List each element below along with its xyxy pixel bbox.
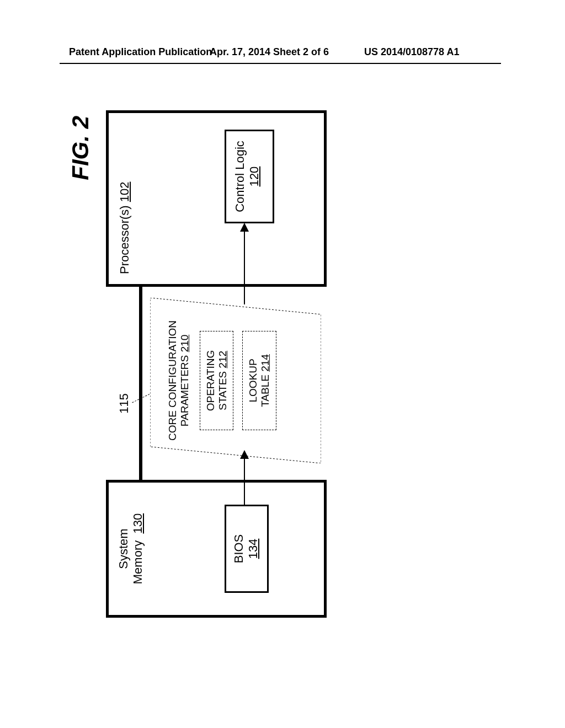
figure-area: FIG. 2 SystemMemory 130 BIOS 134 115 COR…	[84, 110, 481, 618]
arrow-bios-to-params	[244, 458, 245, 505]
ref-115-label: 115	[117, 393, 131, 414]
core-config-title: CORE CONFIGURATIONPARAMETERS 210	[167, 309, 191, 452]
control-logic-num: 120	[247, 167, 261, 187]
bios-label: BIOS	[232, 534, 246, 564]
arrow-params-to-control	[244, 230, 245, 304]
parallelogram-content: CORE CONFIGURATIONPARAMETERS 210 OPERATI…	[167, 309, 276, 452]
header-center: Apr. 17, 2014 Sheet 2 of 6	[210, 46, 329, 58]
operating-states-num: 212	[217, 351, 228, 368]
processor-num: 102	[118, 181, 131, 202]
core-config-parallelogram: CORE CONFIGURATIONPARAMETERS 210 OPERATI…	[150, 298, 321, 463]
system-memory-title: SystemMemory 130	[116, 483, 145, 615]
processor-box: Processor(s) 102 Control Logic 120	[106, 110, 327, 287]
arrow-bios-head	[240, 450, 249, 459]
system-memory-num: 130	[131, 513, 145, 534]
processor-label: Processor(s)	[118, 205, 131, 274]
connector-line	[139, 287, 142, 480]
control-logic-label: Control Logic	[233, 141, 247, 212]
figure-label: FIG. 2	[67, 116, 94, 180]
header-right: US 2014/0108778 A1	[364, 46, 459, 58]
bios-box: BIOS 134	[225, 505, 269, 593]
control-logic-box: Control Logic 120	[225, 130, 274, 223]
header-rule	[60, 63, 501, 64]
diagram-container: FIG. 2 SystemMemory 130 BIOS 134 115 COR…	[84, 110, 481, 618]
system-memory-box: SystemMemory 130 BIOS 134	[106, 480, 327, 618]
system-memory-name: SystemMemory	[116, 528, 145, 584]
operating-states-box: OPERATINGSTATES 212	[200, 331, 234, 430]
processor-title: Processor(s) 102	[118, 181, 132, 274]
lookup-table-num: 214	[259, 354, 271, 372]
bios-num: 134	[246, 539, 260, 559]
core-config-num: 210	[179, 335, 190, 352]
arrow-control-head	[240, 223, 249, 232]
header-left: Patent Application Publication	[69, 46, 212, 58]
lookup-table-box: LOOKUPTABLE 214	[242, 331, 276, 430]
